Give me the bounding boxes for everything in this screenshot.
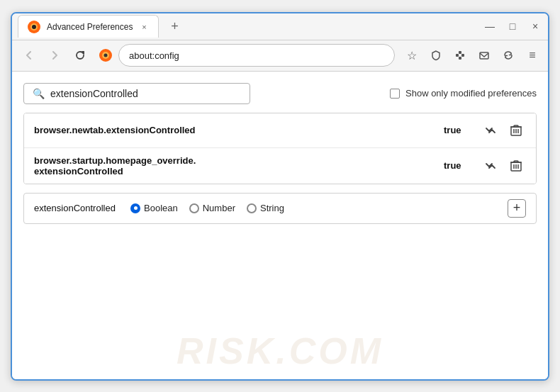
nav-icons: ☆: [403, 47, 541, 64]
close-button[interactable]: ×: [528, 19, 542, 33]
radio-string-label: String: [260, 203, 284, 213]
tab-favicon: [27, 20, 41, 34]
extension-icon[interactable]: [452, 47, 469, 64]
menu-icon[interactable]: ≡: [524, 47, 541, 64]
delete-button-1[interactable]: [506, 121, 526, 140]
row-1-actions: [481, 121, 526, 140]
shield-icon[interactable]: [427, 47, 444, 64]
type-radio-group: Boolean Number String: [130, 203, 284, 213]
back-button[interactable]: [19, 45, 39, 65]
svg-rect-8: [459, 51, 461, 54]
add-pref-button[interactable]: +: [508, 199, 526, 218]
show-modified-checkbox[interactable]: [390, 89, 400, 99]
svg-rect-7: [461, 54, 464, 57]
radio-string[interactable]: String: [247, 203, 284, 213]
active-tab[interactable]: Advanced Preferences ×: [18, 15, 159, 38]
table-row: browser.startup.homepage_override. exten…: [24, 148, 536, 184]
sync-icon[interactable]: [500, 47, 517, 64]
radio-number-label: Number: [203, 203, 235, 213]
pref-value-2: true: [444, 160, 472, 171]
address-text: about:config: [129, 50, 179, 61]
svg-rect-9: [459, 57, 461, 60]
search-row: 🔍 extensionControlled Show only modified…: [23, 83, 537, 104]
delete-button-2[interactable]: [506, 156, 526, 176]
search-box[interactable]: 🔍 extensionControlled: [23, 83, 250, 104]
table-row: browser.newtab.extensionControlled true: [24, 113, 536, 148]
radio-boolean-circle: [130, 203, 140, 213]
page-content: 🔍 extensionControlled Show only modified…: [12, 72, 548, 379]
svg-point-5: [104, 54, 108, 57]
radio-boolean-label: Boolean: [144, 203, 178, 213]
address-bar[interactable]: about:config: [118, 44, 395, 67]
search-input[interactable]: extensionControlled: [50, 88, 138, 99]
forward-button[interactable]: [45, 45, 65, 65]
radio-number[interactable]: Number: [189, 203, 235, 213]
svg-rect-6: [456, 54, 459, 57]
show-modified-label: Show only modified preferences: [405, 88, 537, 99]
new-tab-button[interactable]: +: [164, 16, 184, 36]
svg-point-2: [32, 25, 36, 29]
pref-name-1: browser.newtab.extensionControlled: [34, 125, 435, 135]
title-bar: Advanced Preferences × + — □ ×: [12, 13, 548, 40]
search-icon: 🔍: [33, 88, 45, 99]
radio-boolean[interactable]: Boolean: [130, 203, 178, 213]
row-2-actions: [481, 156, 526, 176]
pref-name-2: browser.startup.homepage_override. exten…: [34, 155, 435, 177]
toggle-button-2[interactable]: [481, 156, 500, 176]
watermark: RISK.COM: [177, 330, 383, 372]
firefox-logo: [99, 48, 113, 62]
add-pref-row: extensionControlled Boolean Number Strin…: [23, 193, 537, 224]
show-modified-row: Show only modified preferences: [390, 88, 537, 99]
browser-window: Advanced Preferences × + — □ ×: [11, 12, 549, 381]
navigation-bar: about:config ☆: [12, 40, 548, 72]
radio-string-circle: [247, 203, 257, 213]
bookmark-icon[interactable]: ☆: [403, 47, 420, 64]
toggle-button-1[interactable]: [481, 121, 500, 140]
tab-title: Advanced Preferences: [47, 22, 133, 32]
svg-rect-10: [480, 52, 488, 59]
radio-number-circle: [189, 203, 199, 213]
window-controls: — □ ×: [483, 19, 542, 33]
maximize-button[interactable]: □: [505, 19, 520, 33]
new-pref-name: extensionControlled: [34, 203, 119, 213]
reload-button[interactable]: [70, 45, 90, 65]
results-table: browser.newtab.extensionControlled true: [23, 113, 537, 184]
tab-close-button[interactable]: ×: [138, 21, 150, 33]
pref-value-1: true: [444, 125, 472, 135]
mail-icon[interactable]: [476, 47, 493, 64]
minimize-button[interactable]: —: [483, 19, 497, 33]
